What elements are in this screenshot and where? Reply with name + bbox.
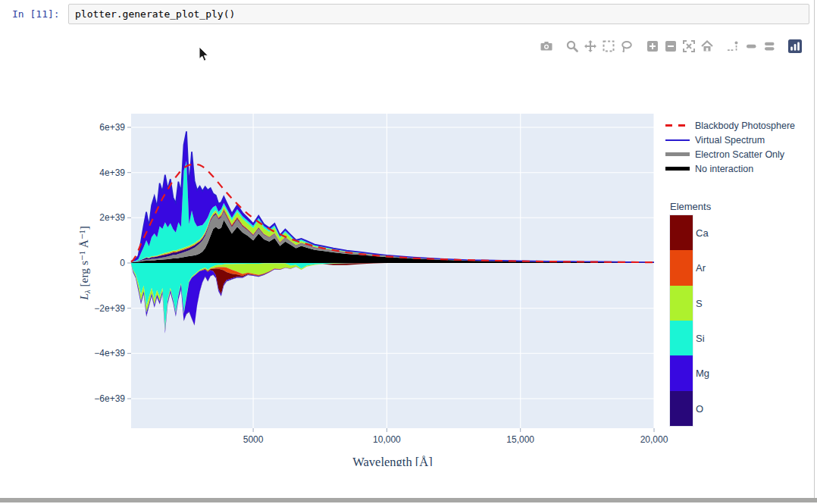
input-prompt: In [11]: (12, 8, 67, 20)
y-tick-label: −2e+39 (94, 303, 125, 314)
pan-icon[interactable] (584, 39, 597, 53)
code-text: plotter.generate_plot_ply() (75, 8, 235, 20)
compare-data-on-hover-icon[interactable] (762, 39, 776, 53)
lasso-select-icon[interactable] (620, 39, 634, 53)
x-tick-label: 5000 (243, 434, 264, 445)
y-tick-label: 2e+39 (99, 212, 125, 223)
colorbar-label: O (696, 402, 703, 414)
x-axis-title: Wavelength [Å] (352, 455, 432, 466)
zoom-in-icon[interactable] (646, 39, 659, 53)
y-tick-label: 0 (120, 258, 125, 268)
box-select-icon[interactable] (602, 39, 615, 53)
legend-item-electron-scatter-only[interactable]: Electron Scatter Only (665, 147, 795, 161)
y-axis-title: Lλ [erg s⁻¹ Å⁻¹] (77, 226, 92, 301)
x-tick-label: 20,000 (640, 434, 668, 445)
legend-marker-icon (665, 167, 690, 171)
colorbar-segment-ca: Ca (670, 215, 693, 250)
plotly-modebar (535, 39, 802, 53)
legend-label: No interaction (695, 164, 753, 174)
zoom-icon[interactable] (565, 39, 579, 53)
legend-marker-icon (665, 152, 690, 156)
legend-label: Blackbody Photosphere (695, 121, 795, 131)
colorbar-label: S (696, 297, 703, 308)
colorbar-segment-o: O (670, 391, 693, 426)
colorbar-label: Ar (696, 262, 706, 274)
window-right-border (814, 0, 815, 500)
colorbar-segment-ar: Ar (670, 250, 693, 285)
colorbar-label: Mg (696, 368, 709, 379)
colorbar-segment-mg: Mg (670, 355, 693, 390)
x-tick-label: 15,000 (506, 434, 534, 445)
legend-item-no-interaction[interactable]: No interaction (665, 161, 795, 176)
x-tick-label: 10,000 (373, 434, 401, 445)
legend-marker-icon (665, 124, 690, 127)
elements-colorbar: CaArSSiMgO (670, 215, 693, 426)
toggle-spike-lines-icon[interactable] (726, 39, 740, 53)
y-tick-label: −6e+39 (94, 393, 125, 404)
show-closest-on-hover-icon[interactable] (744, 39, 758, 53)
plot-legend: Blackbody PhotosphereVirtual SpectrumEle… (665, 118, 795, 176)
y-tick-label: −4e+39 (94, 348, 125, 358)
zoom-out-icon[interactable] (664, 39, 678, 53)
colorbar-title: Elements (670, 201, 711, 212)
colorbar-label: Si (696, 333, 705, 344)
plotly-logo-icon[interactable] (788, 39, 802, 53)
colorbar-label: Ca (696, 227, 709, 239)
sdec-plot[interactable]: 6e+394e+392e+390−2e+39−4e+39−6e+39500010… (76, 99, 675, 466)
code-input[interactable]: plotter.generate_plot_ply() (68, 4, 809, 24)
window-bottom-bar (0, 498, 817, 502)
legend-label: Virtual Spectrum (695, 135, 765, 146)
legend-label: Electron Scatter Only (695, 149, 784, 160)
camera-icon[interactable] (540, 39, 553, 53)
y-tick-label: 6e+39 (99, 122, 125, 133)
autoscale-icon[interactable] (682, 39, 696, 53)
mouse-cursor (199, 47, 214, 64)
colorbar-segment-si: Si (670, 321, 693, 355)
legend-item-virtual-spectrum[interactable]: Virtual Spectrum (665, 133, 795, 147)
legend-marker-icon (665, 139, 690, 141)
colorbar-segment-s: S (670, 286, 693, 321)
reset-axes-home-icon[interactable] (700, 39, 714, 53)
legend-item-blackbody-photosphere[interactable]: Blackbody Photosphere (665, 118, 795, 133)
y-tick-label: 4e+39 (99, 167, 125, 178)
jupyter-notebook-screen: In [11]: plotter.generate_plot_ply() 6e+… (0, 0, 817, 504)
